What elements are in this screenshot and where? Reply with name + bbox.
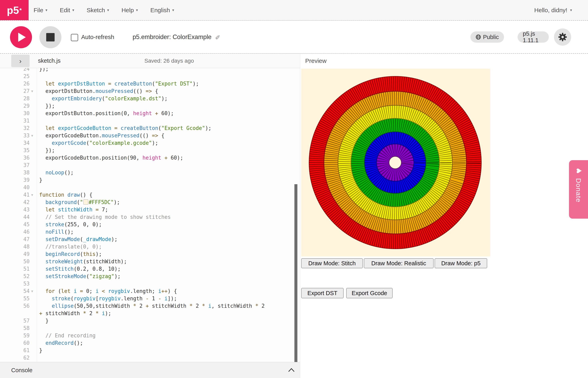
draw-mode-button-realistic[interactable]: Draw Mode: Realistic (364, 258, 434, 268)
line-number: 43 (0, 206, 30, 214)
code-row: 47 setDrawMode(_drawMode); (0, 236, 300, 243)
version-label: p5.js 1.11.1 (523, 30, 544, 44)
code-line (37, 280, 39, 287)
line-number: 29 (0, 102, 30, 110)
code-row: 57 } (0, 317, 300, 324)
code-token: mousePressed (96, 88, 133, 94)
line-number: 52 (0, 273, 30, 280)
user-menu[interactable]: Hello, didny! ▾ (534, 0, 572, 20)
code-token: ); (96, 221, 102, 228)
console-expand-chevron-icon[interactable] (288, 368, 295, 372)
code-token: height (143, 155, 161, 161)
p5-logo-text: p5 (7, 4, 19, 16)
code-token: ( (64, 221, 67, 228)
code-token: i (74, 288, 77, 294)
code-line: beginRecord(this); (37, 250, 102, 258)
menu-edit[interactable]: Edit▾ (60, 7, 74, 14)
code-token: .length; (130, 288, 158, 294)
code-token: ); (114, 199, 120, 205)
menu-english[interactable]: English▾ (150, 7, 174, 14)
center-hole (389, 157, 401, 169)
fold-arrow-icon[interactable]: ▾ (30, 132, 37, 139)
export-gcode-button[interactable]: Export Gcode (346, 288, 393, 298)
play-button[interactable] (10, 26, 32, 48)
code-line: // End recording (37, 332, 96, 339)
menu-file[interactable]: File▾ (34, 7, 47, 14)
line-number: 32 (0, 124, 30, 132)
code-token: 0.8 (92, 266, 102, 272)
code-token: 10 (108, 266, 114, 272)
sidebar-expand-button[interactable]: › (11, 55, 30, 67)
visibility-badge[interactable]: Public (470, 31, 504, 43)
export-dst-button[interactable]: Export DST (301, 288, 344, 298)
p5-logo[interactable]: p5* (0, 0, 29, 20)
chevron-down-icon: ▾ (72, 8, 74, 13)
code-token: * (255, 303, 258, 309)
code-token (205, 303, 208, 309)
code-row: 56 ellipse(50,50,stitchWidth * 2 + stitc… (0, 302, 300, 310)
code-row: 28 exportEmbroidery("colorExample.dst"); (0, 95, 300, 102)
fold-gutter (30, 102, 37, 110)
code-line (37, 73, 39, 80)
code-row: 46 noFill(); (0, 228, 300, 236)
menu-help[interactable]: Help▾ (121, 7, 138, 14)
draw-mode-button-p5[interactable]: Draw Mode: p5 (435, 258, 487, 268)
code-row: 29 }); (0, 102, 300, 110)
code-row: 40 (0, 184, 300, 191)
pane-divider[interactable] (300, 54, 300, 378)
donate-label: Donate (575, 178, 582, 202)
code-row: 41▾function draw() { (0, 191, 300, 199)
code-token (39, 251, 45, 257)
fold-gutter (30, 176, 37, 184)
menu-label: English (150, 7, 170, 14)
code-token: = (105, 81, 115, 87)
code-token: 1 (152, 296, 155, 301)
color-swatch (83, 199, 88, 205)
draw-mode-button-stitch[interactable]: Draw Mode: Stitch (301, 258, 363, 268)
preview-title: Preview (305, 54, 327, 68)
fold-gutter (30, 280, 37, 287)
code-line (37, 117, 39, 124)
fold-arrow-icon[interactable]: ▾ (30, 87, 37, 95)
auto-refresh-checkbox[interactable] (71, 34, 78, 41)
settings-button[interactable] (554, 28, 571, 46)
project-title: p5.embroider: ColorExample ✎ (133, 21, 220, 53)
donate-button[interactable]: ♥ Donate (569, 160, 588, 219)
menu-sketch[interactable]: Sketch▾ (87, 7, 109, 14)
code-token: 2 (140, 303, 143, 309)
edit-pencil-icon[interactable]: ✎ (215, 33, 220, 41)
code-token (39, 273, 45, 279)
code-editor[interactable]: 24});2526 let exportDstButton = createBu… (0, 68, 300, 362)
fold-arrow-icon[interactable]: ▾ (30, 191, 37, 199)
stop-button[interactable] (39, 26, 61, 48)
code-token: (); (64, 170, 74, 176)
line-number: 44 (0, 214, 30, 221)
fold-arrow-icon[interactable]: ▾ (30, 287, 37, 295)
tab-sketch-js[interactable]: sketch.js (38, 54, 61, 68)
code-line: exportGcodeButton.mousePressed(() => { (37, 132, 164, 139)
fold-gutter (30, 184, 37, 191)
fold-gutter (30, 169, 37, 176)
line-number: 26 (0, 80, 30, 87)
code-token (55, 81, 58, 87)
code-token: 2 (196, 303, 199, 309)
code-row: 59 // End recording (0, 332, 300, 339)
code-token: // Set the drawing mode to show stitches (39, 214, 171, 220)
code-token: [ (96, 296, 99, 301)
version-badge[interactable]: p5.js 1.11.1 (518, 31, 549, 43)
code-token: + (161, 155, 171, 161)
editor-scrollbar-thumb[interactable] (294, 184, 297, 362)
code-token: setStitch (45, 266, 74, 272)
line-number: 24 (0, 68, 30, 73)
p5-web-editor: p5* File▾Edit▾Sketch▾Help▾English▾ Hello… (0, 0, 588, 378)
code-token: ); (115, 266, 121, 272)
code-row: 44 // Set the drawing mode to show stitc… (0, 214, 300, 221)
code-token: background (45, 199, 77, 205)
code-token: = (92, 207, 102, 213)
code-token (39, 288, 45, 294)
code-token: "colorExample.gcode" (89, 140, 152, 146)
saved-status: Saved: 26 days ago (144, 54, 194, 68)
code-line: // Set the drawing mode to show stitches (37, 214, 171, 221)
code-row: 39} (0, 176, 300, 184)
line-number: 28 (0, 95, 30, 102)
